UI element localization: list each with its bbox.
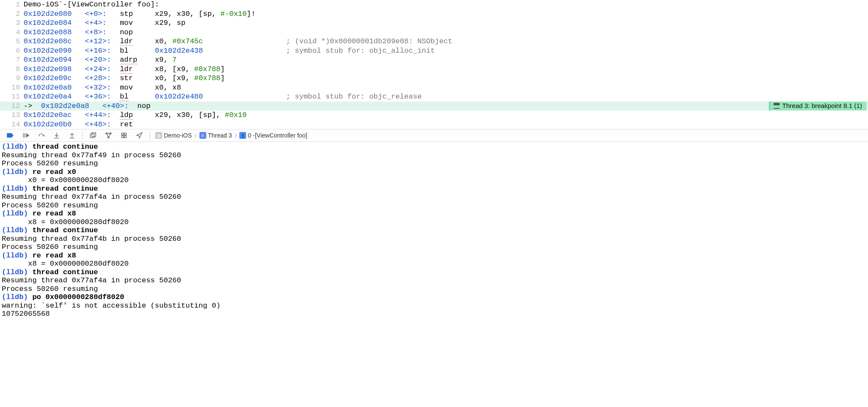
svg-rect-0 bbox=[90, 134, 94, 138]
debug-memory-graph-button[interactable] bbox=[102, 130, 115, 141]
console-output-line: Process 50260 resuming bbox=[2, 243, 866, 251]
console-command-line: (lldb) thread continue bbox=[2, 226, 866, 235]
line-number: 1 bbox=[0, 0, 24, 9]
line-number: 6 bbox=[0, 46, 24, 56]
disasm-row-current[interactable]: 12-> 0x102d2e0a8<+40>:nopThread 3: break… bbox=[0, 102, 868, 111]
step-out-button[interactable] bbox=[65, 130, 79, 141]
simulate-location-button[interactable] bbox=[133, 130, 146, 141]
disasm-row[interactable]: 7 0x102d2e094<+20>:adrpx9, 7 bbox=[0, 55, 868, 65]
step-over-button[interactable] bbox=[34, 130, 48, 141]
toolbar-separator bbox=[150, 132, 150, 139]
disasm-row[interactable]: 6 0x102d2e090<+16>:bl0x102d2e438; symbol… bbox=[0, 46, 868, 56]
console-output-line: x8 = 0x0000000280df8020 bbox=[2, 260, 866, 268]
breadcrumb-separator-icon: › bbox=[194, 132, 196, 139]
console-output-line: 10752065568 bbox=[2, 310, 866, 318]
code-cell: 0x102d2e08c<+12>:ldrx0, #0x745c; (void *… bbox=[24, 37, 868, 46]
console-output-line: Process 50260 resuming bbox=[2, 159, 866, 168]
line-number: 8 bbox=[0, 65, 24, 74]
code-cell: 0x102d2e0b0<+48>:ret bbox=[24, 120, 868, 129]
console-command-line: (lldb) po 0x0000000280df8020 bbox=[2, 293, 866, 302]
line-number: 14 bbox=[0, 120, 24, 129]
disasm-row[interactable]: 1Demo-iOS`-[ViewController foo]: bbox=[0, 0, 868, 9]
code-cell: Demo-iOS`-[ViewController foo]: bbox=[24, 0, 868, 9]
line-number: 13 bbox=[0, 111, 24, 120]
line-number: 10 bbox=[0, 83, 24, 93]
disasm-row[interactable]: 9 0x102d2e09c<+28>:strx0, [x9, #0x788] bbox=[0, 74, 868, 83]
breadcrumb-item-target[interactable]: ◎Demo-iOS bbox=[154, 132, 193, 139]
console-output-line: warning: `self' is not accessible (subst… bbox=[2, 302, 866, 310]
svg-rect-6 bbox=[124, 133, 127, 135]
line-number: 12 bbox=[0, 102, 24, 111]
code-cell: 0x102d2e094<+20>:adrpx9, 7 bbox=[24, 55, 868, 65]
line-number: 5 bbox=[0, 37, 24, 46]
console-command-line: (lldb) re read x0 bbox=[2, 168, 866, 177]
code-cell: 0x102d2e080<+0>:stpx29, x30, [sp, #-0x10… bbox=[24, 9, 868, 19]
code-cell: 0x102d2e09c<+28>:strx0, [x9, #0x788] bbox=[24, 74, 868, 83]
environment-overrides-button[interactable] bbox=[117, 130, 131, 141]
console-command-line: (lldb) thread continue bbox=[2, 185, 866, 193]
code-cell: 0x102d2e088<+8>:nop bbox=[24, 28, 868, 37]
code-cell: 0x102d2e084<+4>:movx29, sp bbox=[24, 18, 868, 28]
breadcrumb-item-thread[interactable]: ≡Thread 3 bbox=[198, 132, 234, 139]
console-command-line: (lldb) re read x8 bbox=[2, 251, 866, 260]
line-number: 4 bbox=[0, 28, 24, 37]
line-number: 3 bbox=[0, 18, 24, 28]
disassembly-pane: 1Demo-iOS`-[ViewController foo]:2 0x102d… bbox=[0, 0, 868, 129]
console-output-line: x0 = 0x0000000280df8020 bbox=[2, 176, 866, 185]
toggle-breakpoints-button[interactable] bbox=[3, 130, 17, 141]
svg-rect-5 bbox=[122, 133, 124, 135]
continue-button[interactable] bbox=[19, 130, 33, 141]
svg-rect-8 bbox=[124, 136, 127, 138]
breadcrumb-label: Thread 3 bbox=[208, 132, 232, 139]
disasm-row[interactable]: 2 0x102d2e080<+0>:stpx29, x30, [sp, #-0x… bbox=[0, 9, 868, 19]
debug-breadcrumb: ◎Demo-iOS›≡Thread 3›👤0 -[ViewController … bbox=[154, 132, 309, 139]
code-cell: 0x102d2e090<+16>:bl0x102d2e438; symbol s… bbox=[24, 46, 868, 56]
console-output-line: Resuming thread 0x77af4b in process 5026… bbox=[2, 235, 866, 243]
console-output-line: x8 = 0x0000000280df8020 bbox=[2, 218, 866, 227]
code-cell: 0x102d2e098<+24>:ldrx8, [x9, #0x788] bbox=[24, 65, 868, 74]
svg-rect-1 bbox=[92, 133, 96, 137]
disasm-row[interactable]: 3 0x102d2e084<+4>:movx29, sp bbox=[0, 18, 868, 28]
thread-icon: ≡ bbox=[199, 132, 206, 139]
code-cell: 0x102d2e0a0<+32>:movx0, x8 bbox=[24, 83, 868, 93]
code-cell: 0x102d2e0ac<+44>:ldpx29, x30, [sp], #0x1… bbox=[24, 111, 868, 120]
disasm-row[interactable]: 5 0x102d2e08c<+12>:ldrx0, #0x745c; (void… bbox=[0, 37, 868, 46]
toolbar-separator bbox=[82, 132, 83, 139]
target-icon: ◎ bbox=[155, 132, 162, 139]
debug-toolbar: ◎Demo-iOS›≡Thread 3›👤0 -[ViewController … bbox=[0, 129, 868, 142]
console-command-line: (lldb) re read x8 bbox=[2, 209, 866, 218]
line-number: 2 bbox=[0, 9, 24, 19]
step-into-button[interactable] bbox=[50, 130, 63, 141]
disasm-row[interactable]: 8 0x102d2e098<+24>:ldrx8, [x9, #0x788] bbox=[0, 65, 868, 74]
console-output-line: Process 50260 resuming bbox=[2, 285, 866, 293]
disasm-row[interactable]: 10 0x102d2e0a0<+32>:movx0, x8 bbox=[0, 83, 868, 93]
disasm-row[interactable]: 14 0x102d2e0b0<+48>:ret bbox=[0, 120, 868, 129]
frame-icon: 👤 bbox=[239, 132, 246, 139]
line-number: 11 bbox=[0, 92, 24, 102]
code-cell: -> 0x102d2e0a8<+40>:nopThread 3: breakpo… bbox=[24, 102, 868, 111]
console-output-line: Resuming thread 0x77af4a in process 5026… bbox=[2, 276, 866, 285]
breadcrumb-label: 0 -[ViewController foo] bbox=[248, 132, 307, 139]
breadcrumb-item-frame[interactable]: 👤0 -[ViewController foo] bbox=[238, 132, 309, 139]
console-output-line: Process 50260 resuming bbox=[2, 201, 866, 210]
breakpoint-badge[interactable]: Thread 3: breakpoint 8.1 (1) bbox=[769, 102, 866, 111]
lldb-console[interactable]: (lldb) thread continueResuming thread 0x… bbox=[0, 142, 868, 327]
code-cell: 0x102d2e0a4<+36>:bl0x102d2e480; symbol s… bbox=[24, 92, 868, 102]
svg-rect-7 bbox=[122, 136, 124, 138]
disasm-row[interactable]: 4 0x102d2e088<+8>:nop bbox=[0, 28, 868, 37]
disasm-row[interactable]: 13 0x102d2e0ac<+44>:ldpx29, x30, [sp], #… bbox=[0, 111, 868, 120]
line-number: 9 bbox=[0, 74, 24, 83]
line-number: 7 bbox=[0, 55, 24, 65]
console-command-line: (lldb) thread continue bbox=[2, 268, 866, 277]
console-output-line: Resuming thread 0x77af4a in process 5026… bbox=[2, 193, 866, 201]
breadcrumb-label: Demo-iOS bbox=[164, 132, 192, 139]
debug-view-hierarchy-button[interactable] bbox=[86, 130, 100, 141]
console-output-line: Resuming thread 0x77af49 in process 5026… bbox=[2, 151, 866, 160]
breadcrumb-separator-icon: › bbox=[235, 132, 237, 139]
console-command-line: (lldb) thread continue bbox=[2, 143, 866, 151]
disasm-row[interactable]: 11 0x102d2e0a4<+36>:bl0x102d2e480; symbo… bbox=[0, 92, 868, 102]
